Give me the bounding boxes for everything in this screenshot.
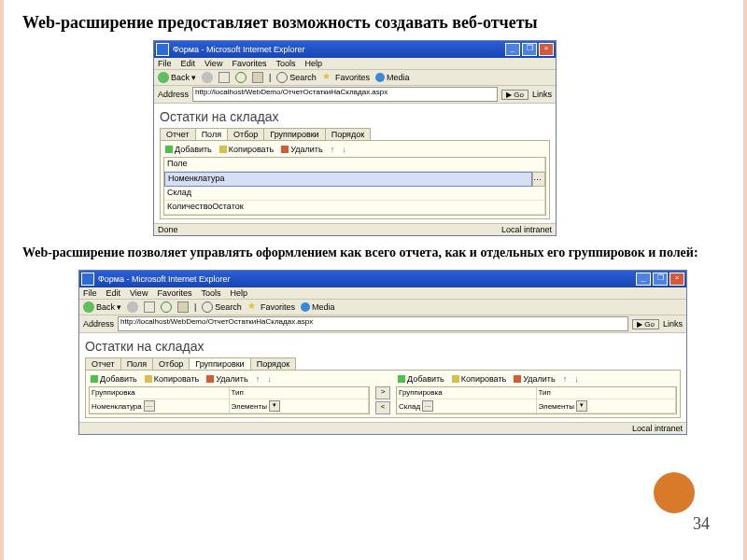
delete-button[interactable]: Удалить [281,145,322,154]
search-button[interactable]: Search [276,72,317,83]
back-icon [158,72,169,83]
move-up-button[interactable]: ↑ [256,374,261,384]
menu-file[interactable]: File [83,288,97,298]
grid-cell[interactable]: Склад [164,187,545,201]
go-button[interactable]: ▶ Go [632,319,659,329]
menu-bar: File Edit View Favorites Tools Help [154,58,556,70]
menu-edit[interactable]: Edit [106,288,121,298]
dropdown-icon[interactable]: … [144,400,155,412]
minimize-button[interactable]: _ [505,43,520,56]
tab-report[interactable]: Отчет [85,357,121,370]
group-cell[interactable]: Номенклатура… [90,399,230,413]
add-button[interactable]: Добавить [398,374,444,384]
copy-button[interactable]: Копировать [145,374,199,384]
tab-order[interactable]: Порядок [325,128,371,140]
move-up-button[interactable]: ↑ [563,374,568,384]
stop-button[interactable] [218,72,230,83]
menu-help[interactable]: Help [304,59,322,68]
grid-cell[interactable]: Номенклатура [164,172,532,187]
menu-edit[interactable]: Edit [181,59,196,68]
move-up-button[interactable]: ↑ [331,145,335,154]
search-icon [276,72,288,83]
media-icon [375,73,385,82]
search-button[interactable]: Search [202,301,242,313]
menu-file[interactable]: File [158,59,172,68]
decorative-circle [654,472,695,513]
favorites-button[interactable]: ★Favorites [247,301,295,313]
url-input[interactable]: http://localhost/WebDemo/ОтчетОстаткиНаС… [118,316,628,331]
delete-button[interactable]: Удалить [206,374,247,384]
menu-tools[interactable]: Tools [201,288,220,298]
maximize-button[interactable]: ❐ [653,273,668,286]
home-button[interactable] [252,72,263,83]
refresh-button[interactable] [161,301,172,313]
type-cell[interactable]: Элементы▾ [537,399,677,413]
media-button[interactable]: Media [301,302,335,312]
dropdown-icon[interactable]: … [422,400,433,412]
tab-filter[interactable]: Отбор [227,128,264,140]
menu-favorites[interactable]: Favorites [157,288,191,298]
report-tabs: Отчет Поля Отбор Группировки Порядок [160,128,550,140]
menu-favorites[interactable]: Favorites [232,59,266,68]
slide-description: Web-расширение позволяет управлять оформ… [22,245,725,260]
col-type: Тип [230,387,370,399]
group-cell[interactable]: Склад… [397,399,537,413]
tab-groupings[interactable]: Группировки [263,128,325,140]
report-tabs: Отчет Поля Отбор Группировки Порядок [85,357,681,370]
cell-picker-button[interactable]: … [532,172,545,187]
grid-cell[interactable]: КоличествоОстаток [164,201,545,215]
maximize-button[interactable]: ❐ [522,43,537,56]
dropdown-icon[interactable]: ▾ [576,400,587,412]
minimize-button[interactable]: _ [636,273,651,286]
tab-groupings[interactable]: Группировки [189,357,250,370]
add-button[interactable]: Добавить [165,145,212,154]
tab-fields[interactable]: Поля [120,357,153,370]
tab-order[interactable]: Порядок [250,357,296,370]
dropdown-icon[interactable]: ▾ [269,400,280,412]
home-button[interactable] [177,301,189,313]
ie-logo-icon [156,43,169,56]
back-button[interactable]: Back ▾ [83,301,121,313]
status-done: Done [158,225,178,234]
address-label: Address [83,319,114,329]
status-zone: Local intranet [632,424,683,433]
close-button[interactable]: × [539,43,554,56]
close-button[interactable]: × [669,273,684,286]
forward-button[interactable] [202,72,213,83]
delete-button[interactable]: Удалить [514,374,555,384]
copy-button[interactable]: Копировать [219,145,274,154]
copy-icon [452,375,459,383]
move-down-button[interactable]: ↓ [574,374,579,384]
tab-filter[interactable]: Отбор [152,357,190,370]
move-left-button[interactable]: < [375,401,390,414]
move-right-button[interactable]: > [375,386,390,399]
move-down-button[interactable]: ↓ [267,374,272,384]
address-bar: Address http://localhost/WebDemo/ОтчетОс… [79,315,686,333]
menu-tools[interactable]: Tools [275,59,295,68]
url-input[interactable]: http://localhost/WebDemo/ОтчетОстаткиНаС… [192,87,498,102]
media-button[interactable]: Media [375,73,410,82]
address-label: Address [158,90,189,99]
right-group-grid: ГруппировкаТип Склад… Элементы▾ [396,386,677,414]
favorites-button[interactable]: ★Favorites [322,72,370,83]
add-icon [165,146,173,153]
star-icon: ★ [247,301,259,313]
links-label[interactable]: Links [532,90,552,99]
status-zone: Local intranet [501,225,552,234]
forward-button[interactable] [127,301,138,313]
menu-help[interactable]: Help [230,288,247,298]
go-button[interactable]: ▶ Go [501,90,529,100]
menu-view[interactable]: View [130,288,148,298]
tab-fields[interactable]: Поля [195,128,228,140]
tab-report[interactable]: Отчет [160,128,196,140]
copy-button[interactable]: Копировать [452,374,506,384]
add-button[interactable]: Добавить [91,374,137,384]
back-button[interactable]: Back ▾ [158,72,196,83]
ie-logo-icon [81,273,94,286]
links-label[interactable]: Links [663,319,683,329]
type-cell[interactable]: Элементы▾ [230,399,370,413]
menu-view[interactable]: View [204,59,222,68]
refresh-button[interactable] [235,72,247,83]
move-down-button[interactable]: ↓ [342,145,346,154]
stop-button[interactable] [144,301,155,313]
